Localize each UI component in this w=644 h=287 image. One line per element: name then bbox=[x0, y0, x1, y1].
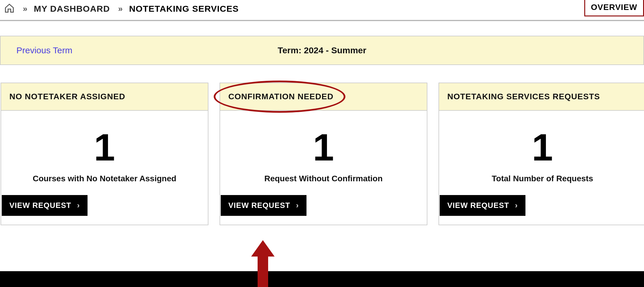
button-label: VIEW REQUEST bbox=[9, 201, 71, 210]
card-subtitle: Request Without Confirmation bbox=[264, 174, 383, 183]
button-label: VIEW REQUEST bbox=[447, 201, 509, 210]
card-service-requests: NOTETAKING SERVICES REQUESTS 1 Total Num… bbox=[439, 83, 644, 225]
card-count: 1 bbox=[94, 128, 115, 166]
home-icon[interactable] bbox=[4, 3, 15, 15]
term-label: Term: 2024 - Summer bbox=[176, 45, 468, 55]
breadcrumb: » MY DASHBOARD » NOTETAKING SERVICES OVE… bbox=[0, 0, 644, 21]
chevron-right-icon: › bbox=[77, 201, 80, 210]
previous-term-link[interactable]: Previous Term bbox=[1, 45, 72, 55]
card-subtitle: Total Number of Requests bbox=[492, 174, 593, 183]
card-title: NOTETAKING SERVICES REQUESTS bbox=[439, 83, 644, 111]
view-request-button[interactable]: VIEW REQUEST › bbox=[440, 195, 525, 216]
view-request-button[interactable]: VIEW REQUEST › bbox=[221, 195, 306, 216]
card-count: 1 bbox=[532, 128, 553, 166]
card-body: 1 Courses with No Notetaker Assigned VIE… bbox=[1, 111, 208, 225]
chevron-right-icon: › bbox=[296, 201, 299, 210]
breadcrumb-dashboard[interactable]: MY DASHBOARD bbox=[34, 4, 110, 14]
card-count: 1 bbox=[313, 128, 334, 166]
view-request-button[interactable]: VIEW REQUEST › bbox=[2, 195, 88, 216]
overview-button[interactable]: OVERVIEW bbox=[584, 0, 644, 16]
card-body: 1 Total Number of Requests VIEW REQUEST … bbox=[439, 111, 644, 225]
term-bar: Previous Term Term: 2024 - Summer bbox=[0, 36, 644, 65]
cards-row: NO NOTETAKER ASSIGNED 1 Courses with No … bbox=[0, 83, 644, 225]
chevron-right-icon: › bbox=[515, 201, 518, 210]
chevron-right-icon: » bbox=[23, 4, 26, 13]
card-subtitle: Courses with No Notetaker Assigned bbox=[33, 174, 177, 183]
card-body: 1 Request Without Confirmation VIEW REQU… bbox=[220, 111, 427, 225]
card-title: CONFIRMATION NEEDED bbox=[220, 83, 427, 111]
chevron-right-icon: » bbox=[118, 4, 121, 13]
card-title: NO NOTETAKER ASSIGNED bbox=[1, 83, 208, 111]
card-confirmation-needed: CONFIRMATION NEEDED 1 Request Without Co… bbox=[220, 83, 427, 225]
breadcrumb-current: NOTETAKING SERVICES bbox=[129, 4, 239, 14]
card-no-notetaker: NO NOTETAKER ASSIGNED 1 Courses with No … bbox=[1, 83, 208, 225]
footer-bar bbox=[0, 271, 644, 287]
button-label: VIEW REQUEST bbox=[228, 201, 290, 210]
